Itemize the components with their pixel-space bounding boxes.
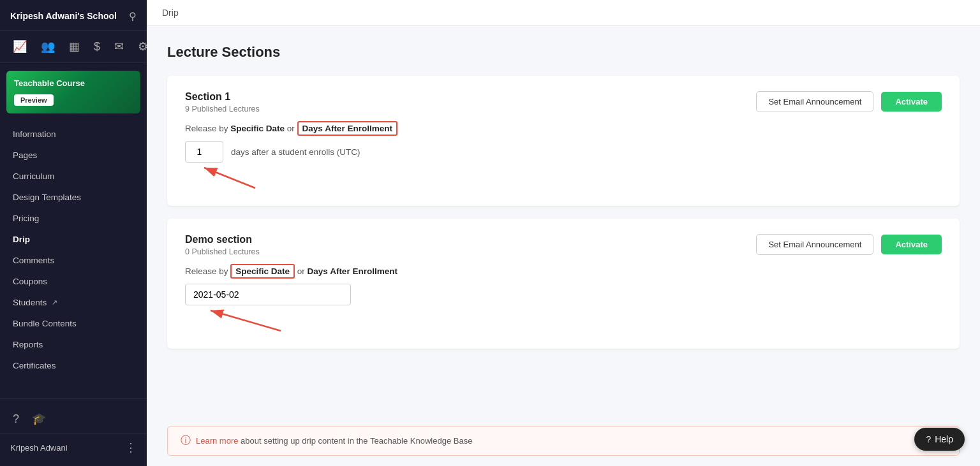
sidebar-item-label-bundle-contents: Bundle Contents — [13, 319, 77, 328]
bottom-info-text: Learn more about setting up drip content… — [196, 436, 472, 446]
learn-more-link[interactable]: Learn more — [196, 436, 238, 446]
days-suffix-1: days after a student enrolls (UTC) — [231, 147, 360, 157]
sidebar-item-drip[interactable]: Drip — [0, 229, 147, 250]
help-button[interactable]: ? Help — [914, 428, 965, 451]
sidebar-item-pricing[interactable]: Pricing — [0, 208, 147, 229]
sidebar-bottom-icons: ? 🎓 — [0, 404, 147, 433]
preview-button[interactable]: Preview — [14, 94, 54, 106]
help-question-icon: ? — [926, 434, 931, 444]
activate-button-demo[interactable]: Activate — [881, 235, 942, 254]
sidebar-item-label-pricing: Pricing — [13, 214, 39, 223]
release-text-before-demo: Release by — [185, 266, 230, 276]
sidebar-item-label-comments: Comments — [13, 256, 54, 265]
sidebar: Kripesh Adwani's School ⚲ 📈 👥 ▦ $ ✉ ⚙ ⫠ … — [0, 0, 147, 466]
sidebar-item-certificates[interactable]: Certificates — [0, 355, 147, 376]
layout-icon[interactable]: ▦ — [66, 37, 82, 56]
date-input-row-demo — [185, 284, 942, 305]
arrow-annotation-demo — [191, 305, 293, 333]
section-card-1: Section 1 9 Published Lectures Set Email… — [167, 76, 960, 206]
section-top-demo: Demo section 0 Published Lectures Set Em… — [185, 234, 942, 256]
course-card[interactable]: Teachable Course Preview — [6, 71, 140, 113]
release-or-1: or — [285, 124, 297, 133]
sidebar-footer: Kripesh Adwani ⋮ — [0, 433, 147, 461]
release-line-1: Release by Specific Date or Days After E… — [185, 124, 942, 133]
arrow-annotation-1 — [191, 163, 268, 191]
info-circle-icon: ⓘ — [181, 434, 191, 448]
sidebar-item-label-coupons: Coupons — [13, 277, 47, 286]
user-name: Kripesh Adwani — [10, 443, 68, 453]
svg-line-3 — [211, 310, 281, 331]
sidebar-item-information[interactable]: Information — [0, 124, 147, 145]
sidebar-item-label-curriculum: Curriculum — [13, 171, 54, 181]
section-lectures-1: 9 Published Lectures — [185, 105, 260, 113]
svg-line-1 — [204, 168, 255, 188]
set-email-announcement-button-1[interactable]: Set Email Announcement — [756, 91, 873, 112]
release-or-demo: or — [295, 266, 308, 276]
help-label: Help — [935, 434, 953, 444]
more-options-icon[interactable]: ⋮ — [125, 441, 137, 455]
section-actions-1: Set Email Announcement Activate — [756, 91, 942, 112]
settings-icon[interactable]: ⚙ — [135, 37, 147, 56]
sidebar-item-label-pages: Pages — [13, 150, 37, 160]
section-info-1: Section 1 9 Published Lectures — [185, 91, 260, 113]
days-input-row-1: days after a student enrolls (UTC) — [185, 141, 942, 163]
release-line-demo: Release by Specific Date or Days After E… — [185, 266, 942, 276]
sidebar-item-bundle-contents[interactable]: Bundle Contents — [0, 313, 147, 334]
section-name-1: Section 1 — [185, 91, 260, 103]
sidebar-item-label-design-templates: Design Templates — [13, 193, 81, 202]
sidebar-item-label-drip: Drip — [13, 235, 30, 244]
release-specific-date-link-1[interactable]: Specific Date — [230, 124, 285, 133]
sidebar-item-curriculum[interactable]: Curriculum — [0, 166, 147, 187]
section-top-1: Section 1 9 Published Lectures Set Email… — [185, 91, 942, 113]
sidebar-header: Kripesh Adwani's School ⚲ — [0, 0, 147, 31]
section-lectures-demo: 0 Published Lectures — [185, 247, 260, 256]
sidebar-item-label-certificates: Certificates — [13, 361, 56, 370]
sidebar-item-design-templates[interactable]: Design Templates — [0, 187, 147, 208]
main-content: Drip Lecture Sections Section 1 9 Publis… — [147, 0, 980, 466]
search-icon[interactable]: ⚲ — [129, 10, 137, 22]
sidebar-item-students[interactable]: Students ↗ — [0, 292, 147, 313]
course-title: Teachable Course — [14, 78, 133, 89]
sidebar-item-reports[interactable]: Reports — [0, 334, 147, 355]
section-name-demo: Demo section — [185, 234, 260, 245]
users-icon[interactable]: 👥 — [38, 37, 57, 56]
sidebar-item-label-information: Information — [13, 129, 56, 139]
main-body: Lecture Sections Section 1 9 Published L… — [147, 26, 980, 426]
sidebar-item-label-students: Students — [13, 298, 47, 307]
bottom-info-bar: ⓘ Learn more about setting up drip conte… — [167, 426, 960, 456]
sidebar-bottom: ? 🎓 Kripesh Adwani ⋮ — [0, 398, 147, 466]
release-text-before-1: Release by — [185, 124, 230, 133]
school-name: Kripesh Adwani's School — [10, 10, 117, 22]
sidebar-item-comments[interactable]: Comments — [0, 250, 147, 271]
release-days-after-enrollment-link-demo[interactable]: Days After Enrollment — [308, 266, 397, 276]
sidebar-item-label-reports: Reports — [13, 340, 43, 349]
date-input-field-demo[interactable] — [185, 284, 351, 305]
help-circle-icon[interactable]: ? — [10, 410, 22, 428]
days-input-field-1[interactable] — [185, 141, 223, 163]
analytics-icon[interactable]: 📈 — [10, 37, 29, 56]
section-card-demo: Demo section 0 Published Lectures Set Em… — [167, 219, 960, 349]
sidebar-item-pages[interactable]: Pages — [0, 145, 147, 166]
dollar-icon[interactable]: $ — [91, 38, 103, 56]
graduation-icon[interactable]: 🎓 — [29, 409, 48, 428]
section-info-demo: Demo section 0 Published Lectures — [185, 234, 260, 256]
release-specific-date-link-demo[interactable]: Specific Date — [230, 264, 295, 279]
breadcrumb: Drip — [147, 0, 980, 26]
sidebar-menu: Information Pages Curriculum Design Temp… — [0, 121, 147, 398]
section-actions-demo: Set Email Announcement Activate — [756, 234, 942, 255]
mail-icon[interactable]: ✉ — [112, 37, 126, 56]
external-link-icon: ↗ — [52, 298, 57, 307]
set-email-announcement-button-demo[interactable]: Set Email Announcement — [756, 234, 873, 255]
release-days-after-enrollment-link-1[interactable]: Days After Enrollment — [297, 121, 397, 136]
sidebar-nav-icons: 📈 👥 ▦ $ ✉ ⚙ ⫠ 📋 — [0, 31, 147, 63]
activate-button-1[interactable]: Activate — [881, 92, 942, 112]
sidebar-item-coupons[interactable]: Coupons — [0, 271, 147, 292]
page-title: Lecture Sections — [167, 44, 960, 61]
